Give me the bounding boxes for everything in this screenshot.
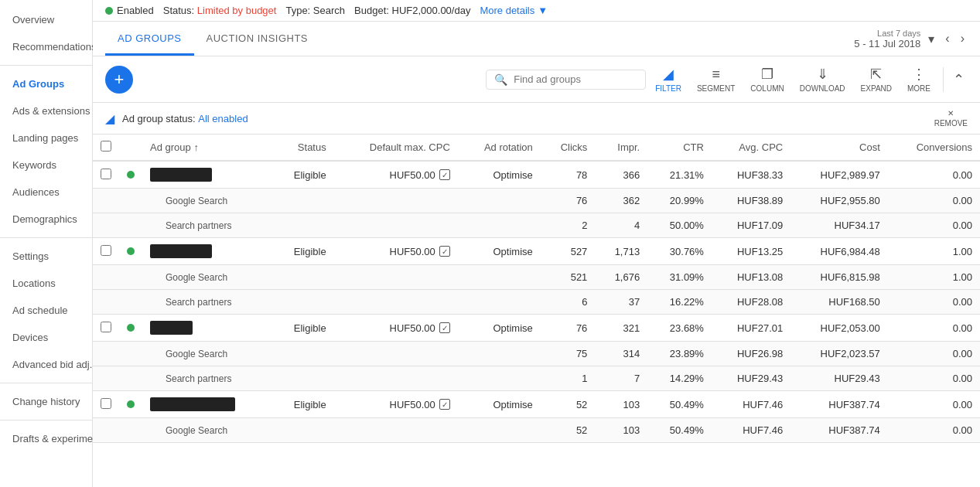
name-block (150, 321, 193, 335)
sub-ctr: 31.09% (647, 265, 712, 290)
sidebar-item-change-history[interactable]: Change history (0, 388, 92, 415)
column-button[interactable]: ❐ COLUMN (744, 63, 790, 96)
sub-avg-cpc: HUF17.09 (712, 213, 790, 238)
sidebar-item-settings[interactable]: Settings (0, 243, 92, 270)
sub-status (272, 213, 334, 238)
tab-ad-groups[interactable]: AD GROUPS (105, 22, 194, 56)
row-name[interactable] (142, 315, 272, 342)
sub-cost: HUF2,023.57 (790, 342, 888, 366)
segment-button[interactable]: ≡ SEGMENT (691, 63, 741, 96)
filter-description: Ad group status: All enabled (122, 113, 248, 124)
sidebar-item-demographics[interactable]: Demographics (0, 206, 92, 233)
main-content: Enabled Status: Limited by budget Type: … (93, 0, 980, 487)
more-details-button[interactable]: More details ▼ (480, 5, 548, 16)
tab-auction-insights[interactable]: AUCTION INSIGHTS (194, 22, 321, 56)
cpc-checkbox[interactable]: ✓ (439, 322, 450, 333)
add-ad-group-button[interactable]: + (105, 66, 133, 94)
row-checkbox-2[interactable] (101, 322, 111, 332)
row-status-cell (119, 315, 142, 342)
row-conversions: 0.00 (888, 161, 980, 189)
select-all-checkbox[interactable] (101, 141, 111, 152)
sub-cost: HUF2,955.80 (790, 189, 888, 213)
search-input[interactable] (514, 73, 637, 85)
sidebar-item-ads-extensions[interactable]: Ads & extensions (0, 97, 92, 124)
download-button[interactable]: ⇓ DOWNLOAD (794, 63, 852, 96)
sidebar-item-locations[interactable]: Locations (0, 270, 92, 297)
sidebar-item-recommendations[interactable]: Recommendations (0, 33, 92, 60)
row-name[interactable] (142, 238, 272, 265)
filter-bar-left: ◢ Ad group status: All enabled (105, 111, 248, 126)
search-icon: 🔍 (494, 73, 507, 86)
sub-row: Google Search 76 362 20.99% HUF38.89 HUF… (93, 189, 980, 213)
row-rotation: Optimise (458, 391, 541, 418)
row-checkbox-cell[interactable] (93, 391, 119, 418)
cpc-checkbox[interactable]: ✓ (439, 399, 450, 410)
sub-cpc (334, 366, 458, 391)
row-clicks: 52 (541, 391, 596, 418)
row-cost: HUF2,989.97 (790, 161, 888, 189)
name-block (150, 244, 212, 258)
status-dot (127, 171, 135, 179)
sub-ctr: 23.89% (647, 342, 712, 366)
sub-cost: HUF6,815.98 (790, 265, 888, 290)
sub-avg-cpc: HUF7.46 (712, 418, 790, 443)
cpc-checkbox[interactable]: ✓ (439, 246, 450, 257)
budget-label: Budget: HUF2,000.00/day (354, 5, 470, 16)
sub-clicks: 6 (541, 290, 596, 315)
sidebar-divider-4 (0, 420, 92, 421)
sub-status (272, 189, 334, 213)
date-range: Last 7 days 5 - 11 Jul 2018 ▾ ‹ › (854, 29, 968, 49)
sidebar-item-devices[interactable]: Devices (0, 324, 92, 351)
active-filter-icon: ◢ (105, 111, 114, 126)
row-status: Eligible (272, 391, 334, 418)
toolbar-separator (943, 67, 944, 92)
sidebar-item-audiences[interactable]: Audiences (0, 179, 92, 206)
status-dot (127, 247, 135, 255)
sidebar: Overview Recommendations Ad Groups Ads &… (0, 0, 93, 487)
sub-avg-cpc: HUF26.98 (712, 342, 790, 366)
ad-group-header[interactable]: Ad group ↑ (142, 135, 272, 161)
cpc-value-cell: HUF50.00 ✓ (342, 246, 450, 257)
row-checkbox-cell[interactable] (93, 238, 119, 265)
date-dropdown-button[interactable]: ▾ (925, 30, 937, 48)
sub-impr: 7 (595, 366, 647, 391)
sub-label: Google Search (142, 189, 272, 213)
expand-button[interactable]: ⇱ EXPAND (855, 63, 898, 96)
row-cost: HUF2,053.00 (790, 315, 888, 342)
sidebar-item-keywords[interactable]: Keywords (0, 152, 92, 179)
row-name[interactable] (142, 161, 272, 189)
sidebar-item-overview[interactable]: Overview (0, 6, 92, 33)
row-rotation: Optimise (458, 238, 541, 265)
sidebar-item-landing-pages[interactable]: Landing pages (0, 124, 92, 152)
cpc-checkbox[interactable]: ✓ (439, 169, 450, 180)
row-cost: HUF6,984.48 (790, 238, 888, 265)
date-prev-button[interactable]: ‹ (942, 30, 952, 47)
row-checkbox-cell[interactable] (93, 315, 119, 342)
row-name[interactable] (142, 391, 272, 418)
sidebar-item-ad-schedule[interactable]: Ad schedule (0, 297, 92, 324)
toolbar: + 🔍 ◢ FILTER ≡ SEGMENT ❐ COLUMN ⇓ DOWNLO… (93, 56, 980, 103)
row-checkbox-3[interactable] (101, 398, 111, 409)
collapse-button[interactable]: ⌃ (950, 68, 968, 91)
row-checkbox-cell[interactable] (93, 161, 119, 189)
sub-cost: HUF34.17 (790, 213, 888, 238)
row-checkbox-1[interactable] (101, 245, 111, 256)
row-checkbox-0[interactable] (101, 169, 111, 179)
column-icon: ❐ (761, 66, 773, 83)
date-next-button[interactable]: › (958, 30, 968, 47)
sub-impr: 1,676 (595, 265, 647, 290)
row-cpc: HUF50.00 ✓ (334, 391, 458, 418)
ad-group-name-cell (150, 168, 265, 182)
sidebar-item-drafts[interactable]: Drafts & experiments (0, 425, 92, 452)
row-avg-cpc: HUF27.01 (712, 315, 790, 342)
status-dot (127, 324, 135, 332)
sidebar-item-bid-adj[interactable]: Advanced bid adj. (0, 351, 92, 378)
remove-filter-button[interactable]: ✕ REMOVE (934, 109, 968, 128)
more-button[interactable]: ⋮ MORE (901, 63, 937, 96)
sub-impr: 4 (595, 213, 647, 238)
date-range-value: 5 - 11 Jul 2018 (854, 38, 920, 49)
select-all-header[interactable] (93, 135, 119, 161)
row-cost: HUF387.74 (790, 391, 888, 418)
filter-button[interactable]: ◢ FILTER (649, 63, 688, 96)
sidebar-item-ad-groups[interactable]: Ad Groups (0, 70, 92, 97)
